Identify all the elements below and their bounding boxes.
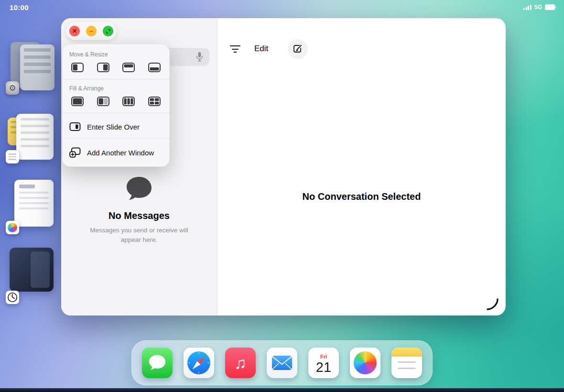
window-traffic-lights: ✕ – [66, 22, 117, 40]
no-messages-subtitle: Messages you send or receive will appear… [81, 226, 197, 244]
microphone-icon[interactable] [196, 52, 203, 64]
messages-app-window: Edit Move & Resize [61, 18, 506, 316]
compose-icon [293, 44, 303, 54]
move-resize-section-label: Move & Resize [63, 50, 169, 62]
filter-icon[interactable] [229, 45, 241, 53]
move-top-icon[interactable] [121, 62, 136, 73]
recent-app-thumbnail-document[interactable] [14, 180, 54, 227]
calendar-app-icon[interactable]: Fri 21 [308, 348, 339, 378]
ipad-home-screen: 10:00 5G ⚙ [0, 0, 564, 392]
no-conversation-title: No Conversation Selected [217, 191, 506, 202]
notes-yellow-band [391, 348, 422, 357]
photos-flower-icon [354, 351, 377, 374]
add-another-window-label: Add Another Window [87, 149, 154, 157]
recent-app-thumbnail-settings-front[interactable] [20, 44, 54, 90]
close-window-button[interactable]: ✕ [69, 26, 80, 36]
conversation-list-pane: Edit Move & Resize [61, 18, 217, 316]
music-app-icon[interactable]: ♫ [225, 348, 256, 378]
three-columns-icon[interactable] [121, 96, 136, 107]
calendar-day-label: 21 [316, 359, 331, 375]
slide-over-icon [69, 122, 81, 131]
safari-app-icon[interactable] [184, 348, 214, 378]
music-note-icon: ♫ [234, 355, 247, 371]
fill-arrange-section-label: Fill & Arrange [63, 84, 169, 96]
move-right-icon[interactable] [96, 62, 110, 73]
notes-app-icon[interactable] [391, 348, 422, 378]
fill-arrange-options [63, 96, 169, 113]
battery-icon [545, 4, 556, 10]
window-controls-menu: Move & Resize Fill & Arra [62, 44, 170, 167]
move-bottom-icon[interactable] [147, 62, 162, 73]
compose-button[interactable] [288, 39, 307, 58]
safari-compass-icon [186, 350, 211, 375]
photos-app-icon[interactable] [350, 348, 380, 378]
clock-app-icon[interactable] [6, 291, 19, 304]
messages-bubble-icon [148, 354, 167, 372]
recent-app-thumbnail-dark-app[interactable] [10, 248, 54, 292]
network-type-label: 5G [534, 4, 542, 11]
notes-mini-app-icon[interactable] [6, 150, 19, 163]
bottom-edge-strip [0, 388, 564, 392]
zoom-arrows-icon [106, 29, 111, 34]
settings-app-icon[interactable]: ⚙ [6, 81, 19, 95]
mail-app-icon[interactable] [267, 348, 297, 378]
calendar-weekday-label: Fri [320, 354, 327, 359]
mail-envelope-icon [271, 355, 293, 370]
no-messages-empty-state: No Messages Messages you send or receive… [61, 176, 217, 244]
add-another-window-item[interactable]: Add Another Window [63, 143, 169, 164]
clock-face-icon [7, 292, 18, 303]
enter-slide-over-item[interactable]: Enter Slide Over [63, 118, 169, 138]
minimize-window-button[interactable]: – [86, 26, 97, 36]
status-time: 10:00 [10, 3, 29, 11]
photos-mini-app-icon[interactable] [6, 221, 19, 234]
move-resize-options [63, 62, 169, 79]
add-window-icon [69, 147, 81, 158]
status-bar: 10:00 5G [0, 0, 564, 14]
move-left-icon[interactable] [70, 62, 85, 73]
fill-full-icon[interactable] [70, 96, 85, 107]
split-left-icon[interactable] [96, 96, 110, 107]
grid-quarters-icon[interactable] [147, 96, 162, 107]
no-messages-title: No Messages [61, 210, 217, 221]
enter-slide-over-label: Enter Slide Over [87, 123, 140, 131]
zoom-window-button[interactable] [103, 26, 113, 36]
recent-app-thumbnail-notes[interactable] [16, 114, 54, 160]
edit-button[interactable]: Edit [254, 44, 268, 54]
chat-bubble-icon [125, 176, 153, 204]
cellular-signal-icon [523, 5, 531, 10]
messages-app-icon[interactable] [142, 348, 173, 378]
window-resize-handle[interactable] [487, 298, 499, 313]
dock: ♫ Fri 21 [131, 340, 433, 385]
